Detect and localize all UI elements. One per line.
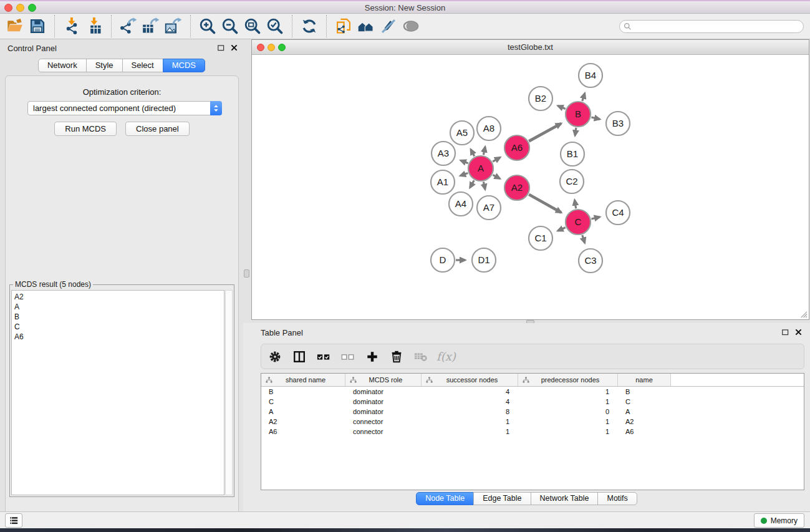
column-header-predecessor-nodes[interactable]: predecessor nodes — [518, 374, 618, 386]
edge-A-A1[interactable] — [460, 173, 468, 175]
table-cell[interactable]: B — [618, 387, 671, 397]
tab-network-table[interactable]: Network Table — [531, 492, 599, 505]
edge-A-A5[interactable] — [471, 150, 475, 157]
table-cell[interactable]: 1 — [422, 417, 518, 427]
table-cell[interactable]: 4 — [422, 387, 518, 397]
export-network-icon[interactable] — [117, 14, 140, 38]
table-cell[interactable]: 1 — [518, 387, 618, 397]
table-cell[interactable]: A — [618, 407, 671, 417]
node-label-D: D — [440, 254, 446, 265]
edge-A-A4[interactable] — [470, 180, 475, 188]
edge-A-A6[interactable] — [493, 157, 500, 162]
deselect-all-checkboxes-icon[interactable] — [339, 347, 357, 367]
import-table-icon[interactable] — [83, 14, 105, 38]
column-layout-icon[interactable] — [291, 347, 308, 367]
edge-C-C1[interactable] — [558, 228, 566, 231]
column-header-successor-nodes[interactable]: successor nodes — [422, 374, 518, 386]
edge-C-C3[interactable] — [582, 235, 585, 243]
edge-A-A2[interactable] — [493, 175, 499, 178]
table-cell[interactable]: dominator — [345, 397, 422, 407]
float-table-panel-icon[interactable] — [781, 328, 789, 336]
edge-B-B3[interactable] — [591, 117, 599, 119]
tab-motifs[interactable]: Motifs — [597, 492, 637, 505]
edge-A-A8[interactable] — [483, 147, 485, 155]
edge-A2-C[interactable] — [529, 195, 561, 213]
column-header-shared-name[interactable]: shared name — [261, 374, 345, 386]
table-cell[interactable]: 1 — [518, 427, 618, 437]
open-session-icon[interactable] — [4, 14, 26, 38]
tab-network[interactable]: Network — [38, 59, 87, 72]
memory-button[interactable]: Memory — [754, 513, 804, 528]
delete-row-icon[interactable] — [388, 347, 405, 367]
tab-edge-table[interactable]: Edge Table — [473, 492, 531, 505]
table-cell[interactable]: A2 — [261, 417, 345, 427]
tab-select[interactable]: Select — [122, 59, 163, 72]
show-graphics-details-icon[interactable] — [400, 14, 422, 38]
edge-A-A3[interactable] — [461, 160, 468, 163]
mcds-result-item[interactable]: A6 — [14, 332, 224, 342]
column-header-name[interactable]: name — [618, 374, 671, 386]
criterion-dropdown[interactable]: largest connected component (directed) — [27, 101, 222, 115]
mcds-result-scrollbar[interactable] — [225, 290, 233, 495]
table-cell[interactable]: 1 — [518, 397, 618, 407]
export-image-icon[interactable] — [162, 14, 185, 38]
mcds-result-item[interactable]: A2 — [14, 292, 224, 302]
zoom-selected-icon[interactable] — [264, 14, 286, 38]
edge-B-B2[interactable] — [558, 106, 566, 109]
tab-mcds[interactable]: MCDS — [163, 59, 205, 72]
table-cell[interactable]: A6 — [618, 427, 671, 437]
tab-style[interactable]: Style — [86, 59, 123, 72]
add-row-icon[interactable] — [364, 347, 381, 367]
edge-A-A7[interactable] — [483, 182, 485, 190]
close-panel-icon[interactable] — [230, 44, 238, 52]
tab-node-table[interactable]: Node Table — [416, 492, 474, 505]
home-icon[interactable] — [355, 14, 377, 38]
table-cell[interactable]: 1 — [518, 417, 618, 427]
zoom-fit-icon[interactable] — [241, 14, 264, 38]
search-icon — [624, 22, 632, 31]
table-cell[interactable]: 4 — [422, 397, 518, 407]
refresh-icon[interactable] — [298, 14, 321, 38]
table-cell[interactable]: 0 — [518, 407, 618, 417]
mcds-result-item[interactable]: B — [14, 312, 224, 322]
resize-grip-icon[interactable] — [799, 310, 808, 318]
table-cell[interactable]: dominator — [345, 387, 422, 397]
task-history-button[interactable] — [5, 513, 22, 528]
zoom-out-icon[interactable] — [219, 14, 241, 38]
save-session-icon[interactable] — [26, 14, 49, 38]
float-panel-icon[interactable] — [217, 44, 225, 52]
run-mcds-button[interactable]: Run MCDS — [54, 122, 117, 136]
mcds-result-item[interactable]: A — [14, 302, 224, 312]
import-network-icon[interactable] — [60, 14, 83, 38]
table-cell[interactable]: C — [261, 397, 345, 407]
hide-labels-icon[interactable] — [377, 14, 400, 38]
share-document-icon[interactable] — [332, 14, 355, 38]
table-cell[interactable]: A2 — [618, 417, 671, 427]
edge-B-B1[interactable] — [575, 128, 576, 136]
table-cell[interactable]: A — [261, 407, 345, 417]
column-header-MCDS-role[interactable]: MCDS role — [345, 374, 422, 386]
table-settings-icon[interactable] — [266, 347, 284, 367]
table-cell[interactable]: A6 — [261, 427, 345, 437]
table-cell[interactable]: B — [261, 387, 345, 397]
edge-A6-B[interactable] — [529, 123, 561, 141]
mcds-result-item[interactable]: C — [14, 322, 224, 332]
network-canvas[interactable]: B4B2BB3A5A8A6A3B1AA1C2A2A4A7CC4C1C3DD1 — [252, 55, 809, 319]
table-cell[interactable]: C — [618, 397, 671, 407]
table-cell[interactable]: 8 — [422, 407, 518, 417]
table-cell[interactable]: dominator — [345, 407, 422, 417]
close-panel-button[interactable]: Close panel — [125, 122, 190, 136]
close-table-panel-icon[interactable] — [794, 328, 803, 336]
table-cell[interactable]: connector — [345, 427, 422, 437]
table-cell[interactable]: 1 — [422, 427, 518, 437]
zoom-in-icon[interactable] — [196, 14, 219, 38]
edge-C-C4[interactable] — [591, 217, 599, 219]
table-cell[interactable]: connector — [345, 417, 422, 427]
network-graph[interactable]: B4B2BB3A5A8A6A3B1AA1C2A2A4A7CC4C1C3DD1 — [252, 55, 809, 319]
search-input[interactable] — [632, 21, 803, 32]
select-all-checkboxes-icon[interactable] — [315, 347, 332, 367]
edge-C-C2[interactable] — [575, 200, 576, 209]
export-table-icon[interactable] — [140, 14, 162, 38]
edge-B-B4[interactable] — [582, 94, 585, 102]
vertical-split-grip[interactable] — [244, 269, 249, 278]
